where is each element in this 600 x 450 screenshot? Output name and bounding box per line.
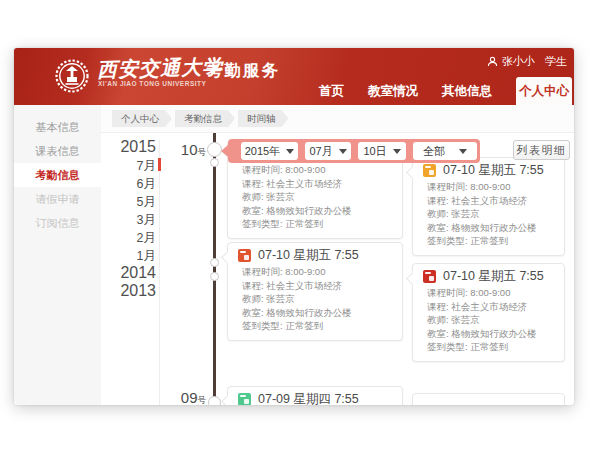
card-field-classroom: 教室: 格物致知行政办公楼 <box>228 306 402 320</box>
timeline-node <box>208 396 221 405</box>
sidebar-item-basic-info[interactable]: 基本信息 <box>14 115 101 139</box>
chevron-down-icon <box>286 149 294 154</box>
attendance-card[interactable]: 07-10 星期五 7:55 课程时间: 8:00-9:00 课程: 社会主义市… <box>412 157 565 256</box>
card-field-course: 课程: 社会主义市场经济 <box>228 279 402 293</box>
day-marker-09: 09号 <box>164 389 206 405</box>
timeline-nav-mar[interactable]: 3月 <box>114 212 156 229</box>
breadcrumb: 个人中心 考勤信息 时间轴 <box>101 105 574 133</box>
attendance-card[interactable]: 07-10 星期五 7:55 课程时间: 8:00-9:00 课程: 社会主义市… <box>412 263 565 362</box>
date-filter-bar: 2015年 07月 10日 全部 <box>228 139 480 163</box>
day-number: 09 <box>181 389 198 405</box>
timeline-node <box>210 258 219 267</box>
year-select[interactable]: 2015年 <box>241 142 298 160</box>
signin-status-icon <box>423 164 436 177</box>
card-field-signin-type: 签到类型: 正常签到 <box>413 234 564 248</box>
attendance-card[interactable]: 07-09 星期四 7:55 <box>227 386 403 405</box>
card-field-course: 课程: 社会主义市场经济 <box>228 177 402 191</box>
card-title: 07-10 星期五 7:55 <box>443 268 544 285</box>
nav-classrooms[interactable]: 教室情况 <box>368 77 418 105</box>
timeline-nav-2015[interactable]: 2015 <box>114 138 156 156</box>
app-header: 西安交通大学 XI'AN JIAO TONG UNIVERSITY 考勤服务 张… <box>14 48 574 105</box>
chevron-down-icon <box>339 149 347 154</box>
timeline-nav-jul[interactable]: 7月 <box>114 158 156 175</box>
signin-status-icon <box>423 270 436 283</box>
card-header: 07-10 星期五 7:55 <box>413 162 564 178</box>
timeline-nav-jun[interactable]: 6月 <box>114 176 156 193</box>
sidebar-item-leave-request[interactable]: 请假申请 <box>14 187 101 211</box>
timeline-nav-may[interactable]: 5月 <box>114 194 156 211</box>
sidebar-item-timetable[interactable]: 课表信息 <box>14 139 101 163</box>
card-field-course: 课程: 社会主义市场经济 <box>413 194 564 208</box>
university-name-en: XI'AN JIAO TONG UNIVERSITY <box>98 80 206 87</box>
card-field-time: 课程时间: 8:00-9:00 <box>413 286 564 300</box>
timeline-node <box>210 272 219 281</box>
card-field-teacher: 教师: 张芸京 <box>228 190 402 204</box>
list-detail-button[interactable]: 列表明细 <box>513 140 570 160</box>
type-select[interactable]: 全部 <box>413 142 477 160</box>
year-select-value: 2015年 <box>245 144 280 159</box>
card-field-classroom: 教室: 格物致知行政办公楼 <box>413 327 564 341</box>
breadcrumb-personal-center[interactable]: 个人中心 <box>112 110 172 127</box>
timeline-nav-2013[interactable]: 2013 <box>114 282 156 300</box>
top-navigation: 首页 教室情况 其他信息 个人中心 <box>319 77 572 105</box>
card-header: 07-10 星期五 7:55 <box>228 247 402 263</box>
card-field-teacher: 教师: 张芸京 <box>413 313 564 327</box>
card-field-time: 课程时间: 8:00-9:00 <box>228 265 402 279</box>
card-field-classroom: 教室: 格物致知行政办公楼 <box>228 204 402 218</box>
signin-status-icon <box>238 249 251 262</box>
day-select-value: 10日 <box>363 144 386 159</box>
card-field-signin-type: 签到类型: 正常签到 <box>228 319 402 333</box>
nav-home[interactable]: 首页 <box>319 77 344 105</box>
sidebar-item-attendance[interactable]: 考勤信息 <box>14 163 101 187</box>
timeline-nav-feb[interactable]: 2月 <box>114 230 156 247</box>
card-field-classroom: 教室: 格物致知行政办公楼 <box>413 221 564 235</box>
breadcrumb-attendance[interactable]: 考勤信息 <box>175 110 235 127</box>
chevron-down-icon <box>459 149 467 154</box>
day-marker-10: 10号 <box>164 141 206 159</box>
sidebar: 基本信息 课表信息 考勤信息 请假申请 订阅信息 <box>14 105 101 405</box>
month-select[interactable]: 07月 <box>305 142 351 160</box>
card-title: 07-10 星期五 7:55 <box>258 247 359 264</box>
card-field-time: 课程时间: 8:00-9:00 <box>228 163 402 177</box>
card-field-teacher: 教师: 张芸京 <box>228 292 402 306</box>
timeline-node <box>210 158 219 167</box>
user-name: 张小小 <box>502 54 535 69</box>
card-field-signin-type: 签到类型: 正常签到 <box>228 217 402 231</box>
university-logo-icon <box>54 58 90 94</box>
day-number: 10 <box>181 141 198 158</box>
timeline-nav-jan[interactable]: 1月 <box>114 248 156 265</box>
signin-status-icon <box>238 393 251 406</box>
card-field-teacher: 教师: 张芸京 <box>413 207 564 221</box>
day-select[interactable]: 10日 <box>358 142 406 160</box>
card-header: 07-09 星期四 7:55 <box>228 391 402 405</box>
card-title: 07-09 星期四 7:55 <box>258 391 359 406</box>
type-select-value: 全部 <box>423 144 445 159</box>
card-title: 07-10 星期五 7:55 <box>443 162 544 179</box>
current-month-marker <box>158 158 161 171</box>
card-field-signin-type: 签到类型: 正常签到 <box>413 340 564 354</box>
user-icon <box>487 56 498 67</box>
card-header: 07-10 星期五 7:55 <box>413 268 564 284</box>
attendance-card[interactable]: 07-10 星期五 7:55 课程时间: 8:00-9:00 课程: 社会主义市… <box>227 242 403 341</box>
breadcrumb-timeline[interactable]: 时间轴 <box>238 110 289 127</box>
timeline-nav-2014[interactable]: 2014 <box>114 264 156 282</box>
month-scroll-track <box>159 140 160 405</box>
user-role: 学生 <box>545 54 567 69</box>
day-unit: 号 <box>198 147 207 157</box>
nav-other-info[interactable]: 其他信息 <box>442 77 492 105</box>
nav-personal-center[interactable]: 个人中心 <box>516 77 572 105</box>
sidebar-item-subscription[interactable]: 订阅信息 <box>14 211 101 235</box>
card-field-course: 课程: 社会主义市场经济 <box>413 300 564 314</box>
day-unit: 号 <box>198 395 207 405</box>
app-title: 考勤服务 <box>206 60 280 82</box>
timeline-node <box>207 142 222 157</box>
month-select-value: 07月 <box>309 144 332 159</box>
chevron-down-icon <box>393 149 401 154</box>
app-window: 西安交通大学 XI'AN JIAO TONG UNIVERSITY 考勤服务 张… <box>14 48 574 405</box>
timeline-axis <box>213 133 216 405</box>
attendance-card[interactable] <box>412 393 565 405</box>
card-field-time: 课程时间: 8:00-9:00 <box>413 180 564 194</box>
user-info[interactable]: 张小小 学生 <box>487 54 567 68</box>
